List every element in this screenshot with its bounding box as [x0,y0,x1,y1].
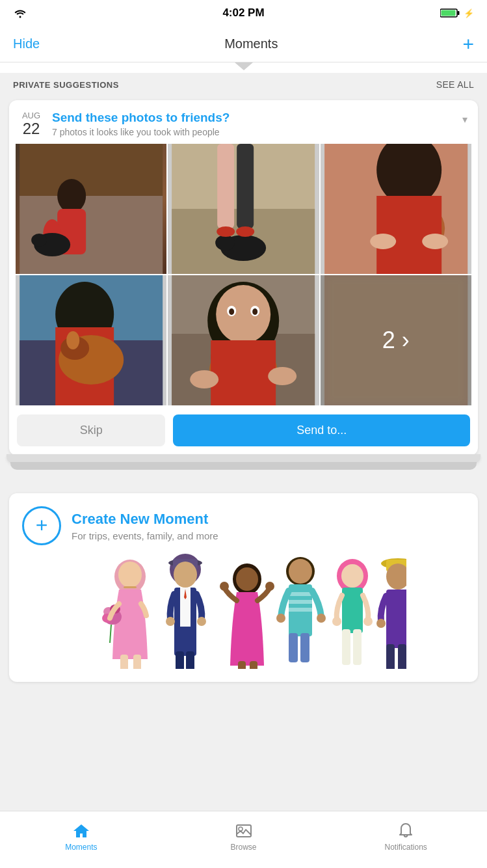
svg-point-91 [363,617,373,626]
people-illustration [81,552,406,669]
svg-point-63 [174,562,197,588]
tab-bar-spacer [0,682,487,739]
svg-rect-82 [289,608,312,612]
svg-point-72 [236,567,258,591]
card-subtitle: 7 photos it looks like you took with peo… [52,127,457,137]
tab-moments[interactable]: Moments [0,822,163,852]
status-bar-left [13,8,27,18]
card-header: AUG 22 Send these photos to friends? 7 p… [9,100,478,144]
svg-rect-58 [120,655,128,669]
svg-rect-52 [124,586,137,588]
svg-rect-97 [386,590,406,648]
status-bar-right: ⚡ [440,8,474,18]
svg-rect-76 [250,661,257,669]
svg-rect-75 [238,661,246,669]
svg-rect-81 [289,600,312,604]
add-button[interactable]: + [462,34,474,54]
svg-point-78 [289,559,312,584]
more-photos-overlay[interactable]: 2 › [321,275,471,405]
svg-rect-44 [211,340,276,405]
photo-icon [235,822,253,840]
bell-icon [397,822,415,840]
svg-point-90 [332,617,341,626]
svg-rect-2 [441,10,456,16]
svg-point-69 [166,617,175,626]
svg-rect-86 [300,633,309,662]
photo-cell-4[interactable] [16,275,166,405]
card-title: Send these photos to friends? [52,111,457,126]
status-bar: 4:02 PM ⚡ [0,0,487,26]
photo-cell-3[interactable] [321,144,471,274]
create-card-text: Create New Moment For trips, events, fam… [72,511,218,541]
svg-rect-102 [237,825,251,837]
card-text: Send these photos to friends? 7 photos i… [52,111,457,137]
svg-point-84 [317,614,326,623]
home-icon [72,822,90,840]
svg-rect-59 [133,655,141,669]
section-title: PRIVATE SUGGESTIONS [13,80,119,90]
photo-grid: 2 › [16,144,471,405]
svg-point-9 [31,234,47,247]
skip-button[interactable]: Skip [17,414,165,446]
battery-icon [440,8,460,18]
svg-point-98 [376,619,386,628]
create-moment-card[interactable]: + Create New Moment For trips, events, f… [9,493,478,682]
section-header: PRIVATE SUGGESTIONS SEE ALL [0,73,487,96]
wifi-icon [13,8,27,18]
send-button[interactable]: Send to... [173,414,470,446]
section-gap [0,470,487,489]
svg-point-45 [190,370,218,388]
create-card-subtitle: For trips, events, family, and more [72,530,218,541]
card-shadow-2 [10,462,477,470]
svg-point-16 [217,226,235,237]
tab-notifications-label: Notifications [384,843,427,852]
svg-rect-100 [386,644,395,669]
illustration-area [9,552,478,682]
svg-point-13 [215,235,235,251]
create-card-title: Create New Moment [72,511,218,528]
see-all-button[interactable]: SEE ALL [436,79,474,90]
photo-cell-1[interactable] [16,144,166,274]
fold-triangle [235,62,253,70]
svg-point-17 [236,226,254,237]
svg-rect-14 [217,144,234,228]
tab-browse[interactable]: Browse [163,822,325,852]
more-count[interactable]: 2 › [382,327,410,354]
tab-notifications[interactable]: Notifications [324,822,487,852]
svg-rect-15 [237,144,254,228]
tab-bar: Moments Browse Notifications [0,811,487,868]
chevron-down-icon[interactable]: ▾ [462,113,467,126]
svg-point-40 [252,308,257,315]
svg-rect-80 [289,592,312,596]
page-title: Moments [224,36,278,51]
date-month: AUG [22,111,40,120]
svg-point-46 [268,367,296,385]
card-buttons: Skip Send to... [9,405,478,455]
svg-rect-68 [186,651,194,669]
svg-point-88 [341,564,363,588]
svg-rect-101 [398,644,406,669]
svg-point-24 [370,234,396,249]
svg-point-32 [66,331,79,349]
svg-point-83 [276,614,285,623]
svg-rect-67 [176,651,184,669]
photo-cell-5[interactable] [168,275,319,405]
svg-point-74 [265,582,274,591]
create-icon-circle[interactable]: + [22,506,61,545]
tab-moments-label: Moments [65,843,97,852]
svg-point-36 [216,285,270,344]
svg-point-70 [197,617,206,626]
create-card-header: + Create New Moment For trips, events, f… [9,493,478,552]
svg-point-25 [422,234,448,249]
svg-rect-92 [342,629,350,665]
tab-browse-label: Browse [231,843,257,852]
photo-cell-2[interactable] [168,144,319,274]
svg-point-103 [239,827,243,831]
svg-rect-93 [353,629,362,665]
svg-point-5 [57,179,86,213]
nav-bar: Hide Moments + [0,26,487,62]
hide-button[interactable]: Hide [13,36,40,51]
fold-indicator [0,62,487,73]
status-bar-time: 4:02 PM [222,7,264,20]
photo-cell-6-overlay[interactable]: 2 › [321,275,471,405]
